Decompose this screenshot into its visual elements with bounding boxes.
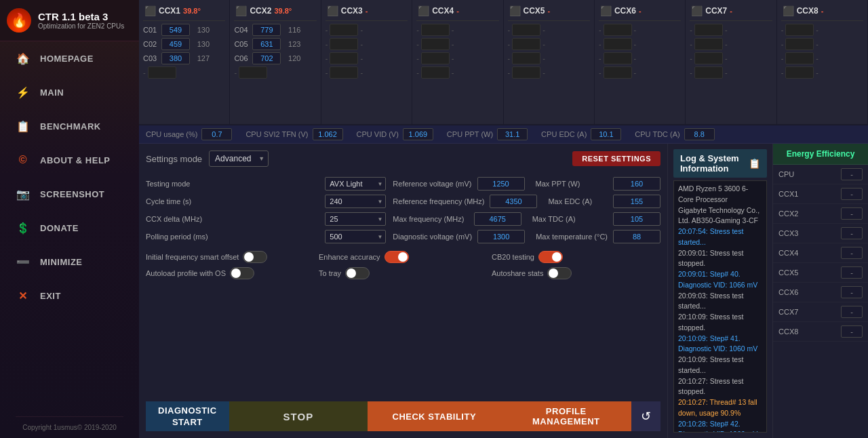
refresh-button[interactable]: ↺: [631, 401, 660, 431]
max-edc-input[interactable]: [613, 195, 660, 208]
energy-value: -: [841, 266, 863, 279]
polling-period-select-wrap[interactable]: 500 1000: [325, 230, 386, 243]
empty-box: [148, 66, 176, 79]
ref-voltage-input[interactable]: [477, 177, 525, 191]
dash: -: [326, 40, 328, 48]
main-icon: ⚡: [16, 85, 31, 100]
polling-period-row: Polling period (ms) 500 1000: [146, 228, 386, 245]
ccx-empty-row: - -: [416, 52, 498, 64]
ccx-id-label: CCX1: [159, 6, 180, 16]
energy-label: CPU: [778, 170, 794, 178]
stop-button[interactable]: STOP: [229, 401, 368, 431]
log-line: 20:10:09: Stress test stopped.: [678, 312, 762, 334]
max-temp-input[interactable]: [613, 230, 660, 243]
dash2: -: [816, 68, 818, 77]
nav-homepage[interactable]: 🏠 HOMEPAGE: [0, 41, 139, 75]
status-item: CPU VID (V) 1.069: [357, 128, 433, 140]
cycle-time-select[interactable]: 240 120 360: [325, 195, 386, 208]
core-freq-input[interactable]: [161, 38, 190, 50]
ccx-delta-select[interactable]: 25 50: [325, 212, 386, 226]
start-label: START: [172, 417, 203, 427]
nav-main[interactable]: ⚡ MAIN: [0, 75, 139, 109]
main-content: ⬛ CCX1 39.8° C01 130 C02 130 C03 127 - ⬛…: [139, 0, 868, 438]
mode-select-wrapper[interactable]: Advanced Basic: [209, 151, 269, 167]
dash: -: [326, 26, 328, 34]
ccx-title-ccx2: ⬛ CCX2 39.8°: [234, 3, 316, 21]
nav-about[interactable]: © ABOUT & HELP: [0, 143, 139, 177]
ccx-empty-row: - -: [690, 24, 772, 36]
testing-mode-row: Testing mode AVX Light AVX Heavy: [146, 175, 386, 193]
toggle-enhance-accuracy: Enhance accuracy: [319, 251, 488, 263]
profile-management-button[interactable]: PROFILE MANAGEMENT: [501, 401, 631, 431]
diagnostic-label: DIAGNOSTIC: [158, 405, 217, 416]
ccx-temp: -: [639, 7, 642, 15]
mode-select[interactable]: Advanced Basic: [209, 151, 269, 167]
energy-label: CCX6: [778, 288, 798, 296]
nav-benchmark[interactable]: 📋 BENCHMARK: [0, 109, 139, 143]
testing-mode-select[interactable]: AVX Light AVX Heavy: [325, 177, 386, 191]
dash: -: [508, 40, 511, 48]
testing-mode-select-wrap[interactable]: AVX Light AVX Heavy: [325, 177, 386, 191]
toggle-enhance-accuracy-switch[interactable]: [384, 251, 409, 263]
toggle-autoload-switch[interactable]: [230, 267, 254, 279]
toggle-autoshare-label: Autoshare stats: [492, 269, 543, 277]
ccx-empty-row: - -: [508, 52, 590, 64]
core-freq-input[interactable]: [252, 38, 281, 50]
chip-icon: ⬛: [691, 5, 703, 16]
core-val: 120: [283, 54, 300, 62]
check-stability-button[interactable]: CHECK STABILITY: [368, 401, 500, 431]
empty-box: [421, 24, 450, 36]
status-label: CPU TDC (A): [635, 130, 679, 138]
ccx-delta-select-wrap[interactable]: 25 50: [325, 212, 386, 226]
diag-voltage-input[interactable]: [477, 230, 525, 243]
ccx-delta-label: CCX delta (MHz): [146, 215, 319, 223]
max-ppt-label: Max PPT (W): [536, 180, 608, 188]
log-copy-icon[interactable]: 📋: [749, 158, 760, 169]
status-label: CPU VID (V): [357, 130, 399, 138]
energy-panel: Energy Efficiency CPU -CCX1 -CCX2 -CCX3 …: [773, 144, 868, 438]
energy-label: CCX7: [778, 308, 798, 316]
toggle-smart-offset-label: Initial frequency smart offset: [146, 253, 239, 261]
dash2: -: [634, 54, 637, 62]
reset-settings-button[interactable]: RESET SETTINGS: [572, 151, 660, 166]
toggle-smart-offset: Initial frequency smart offset: [146, 251, 315, 263]
toggle-smart-offset-switch[interactable]: [243, 251, 267, 263]
core-freq-input[interactable]: [252, 24, 281, 36]
max-ppt-input[interactable]: [613, 177, 660, 191]
dash2: -: [452, 40, 454, 48]
bottom-buttons: DIAGNOSTIC START STOP CHECK STABILITY PR…: [146, 401, 660, 431]
log-line: 20:10:09: Stress test started...: [678, 355, 762, 376]
core-freq-input[interactable]: [161, 52, 190, 64]
core-freq-input[interactable]: [252, 52, 281, 64]
dash: -: [599, 26, 601, 34]
nav-donate[interactable]: 💲 DONATE: [0, 211, 139, 245]
cycle-time-select-wrap[interactable]: 240 120 360: [325, 195, 386, 208]
ccx-empty-row: - -: [599, 52, 681, 64]
toggle-autoshare-switch[interactable]: [547, 267, 572, 279]
max-freq-input[interactable]: [474, 212, 521, 226]
energy-row-ccx2: CCX2 -: [773, 204, 868, 224]
max-tdc-input[interactable]: [613, 212, 660, 226]
ref-freq-input[interactable]: [490, 195, 537, 208]
nav-benchmark-label: BENCHMARK: [40, 121, 101, 132]
core-freq-input[interactable]: [161, 24, 190, 36]
energy-row-ccx4: CCX4 -: [773, 243, 868, 263]
ccx-empty-row: - -: [326, 38, 408, 50]
diagnostic-start-button[interactable]: DIAGNOSTIC START: [146, 401, 229, 431]
toggle-autoload: Autoload profile with OS: [146, 267, 315, 279]
nav-minimize[interactable]: ➖ MINIMIZE: [0, 245, 139, 279]
polling-period-select[interactable]: 500 1000: [325, 230, 386, 243]
ccx-empty-row: - -: [599, 66, 681, 79]
minimize-icon: ➖: [16, 254, 31, 269]
toggle-to-tray-switch[interactable]: [345, 267, 370, 279]
nav-screenshot[interactable]: 📷 SCREENSHOT: [0, 177, 139, 211]
dash2: -: [725, 40, 728, 48]
nav-exit[interactable]: ✕ EXIT: [0, 279, 139, 313]
toggle-cb20-switch[interactable]: [538, 251, 563, 263]
ccx-header: ⬛ CCX1 39.8° C01 130 C02 130 C03 127 - ⬛…: [139, 0, 868, 125]
benchmark-icon: 📋: [16, 119, 31, 134]
energy-row-ccx7: CCX7 -: [773, 302, 868, 322]
cycle-time-label: Cycle time (s): [146, 197, 319, 205]
diag-voltage-label: Diagnostic voltage (mV): [393, 233, 472, 241]
core-row-c05: C05 123: [234, 38, 316, 50]
